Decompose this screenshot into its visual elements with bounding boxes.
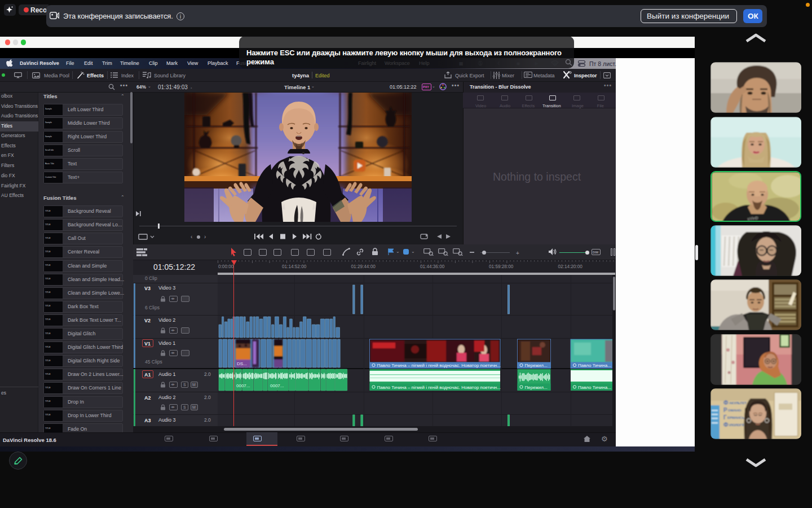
- svg-text:Пережил...: Пережил...: [525, 385, 548, 390]
- svg-text:Р: Р: [723, 407, 727, 413]
- svg-text:Ф: Ф: [723, 400, 729, 406]
- svg-text:Павло Тичина – пігмей і геній: Павло Тичина – пігмей і геній водночас. …: [377, 363, 501, 368]
- svg-text:Пережил...: Пережил...: [525, 363, 548, 368]
- svg-text:DS...: DS...: [237, 361, 247, 366]
- svg-text:Павло Тичина...: Павло Тичина...: [578, 385, 611, 390]
- svg-text:ОМАНО-: ОМАНО-: [728, 409, 742, 412]
- svg-text:0007...: 0007...: [236, 383, 250, 388]
- svg-text:Ф: Ф: [723, 422, 729, 428]
- svg-text:0007...: 0007...: [270, 383, 284, 388]
- svg-text:Г: Г: [723, 414, 727, 421]
- svg-text:Павло Тичина – пігмей і геній: Павло Тичина – пігмей і геній водночас. …: [377, 385, 501, 390]
- svg-text:ІЛОЛОГІЇ: ІЛОЛОГІЇ: [729, 423, 744, 427]
- svg-text:АКУЛЬТЕТ: АКУЛЬТЕТ: [729, 401, 747, 405]
- svg-text:Павло Тичина...: Павло Тичина...: [578, 363, 611, 368]
